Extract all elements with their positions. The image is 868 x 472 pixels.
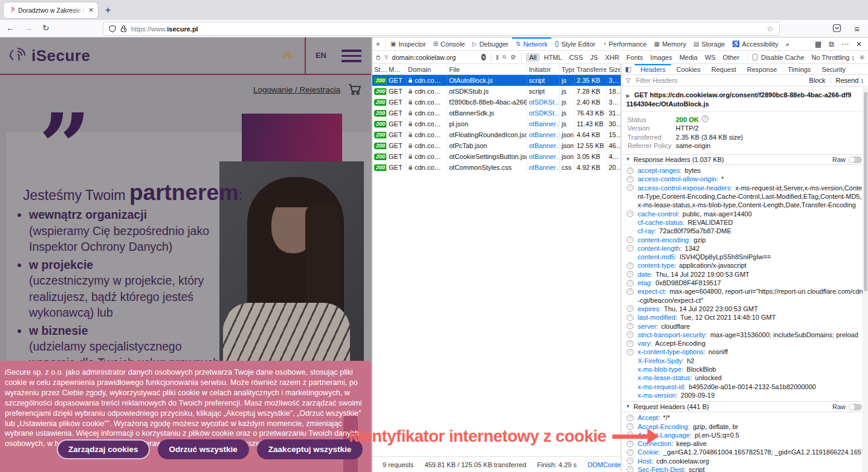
type-filter-button[interactable]: XHR [602,53,622,62]
header-help-icon[interactable]: ? [627,184,633,191]
url-bar[interactable]: https://www. isecure.pl ☆ [103,22,780,36]
header-help-icon[interactable]: ? [627,457,633,464]
header-help-icon[interactable]: ? [627,262,633,269]
column-header[interactable]: Transferred [575,64,607,74]
header-name[interactable]: content-encoding [638,236,690,244]
header-help-icon[interactable]: ? [627,415,633,421]
initiator-cell[interactable]: script [527,86,560,97]
network-request-row[interactable]: 200 GET cdn.co… pl.json otBanner… js 11.… [372,118,621,129]
initiator-cell[interactable]: otBanner… [527,118,560,129]
shield-icon[interactable] [109,25,116,33]
initiator-cell[interactable]: otBanner… [527,129,560,140]
header-name[interactable]: access-control-expose-headers [638,184,733,192]
header-help-icon[interactable]: ? [627,236,633,243]
header-name[interactable]: Accept [638,414,660,421]
clear-filter-icon[interactable]: ✕ [481,54,486,60]
site-menu-icon[interactable] [342,50,361,65]
header-help-icon[interactable]: ? [627,167,633,174]
request-url-summary[interactable]: ▶ GET https://cdn.cookielaw.org/consent/… [621,87,868,112]
header-help-icon[interactable]: ? [627,331,633,338]
tab-network[interactable]: ⇅Network [512,37,551,50]
tab-debugger[interactable]: ▷Debugger [468,37,512,50]
header-help-icon[interactable]: ? [627,245,633,251]
filter-headers-input[interactable] [636,77,805,84]
tab-timings[interactable]: Timings [782,64,816,74]
type-filter-button[interactable]: WS [702,53,719,62]
clear-requests-trash-icon[interactable] [376,54,381,61]
header-name[interactable]: x-ms-blob-type [638,366,684,373]
initiator-cell[interactable]: script [527,75,560,86]
separate-window-icon[interactable]: ⧉ [829,40,834,48]
scrollbar-thumb[interactable] [864,92,867,291]
header-name[interactable]: expires [638,305,661,312]
app-menu-icon[interactable]: ≡ [854,24,860,34]
initiator-cell[interactable]: otSDKSt… [527,108,560,118]
details-scrollbar[interactable] [863,87,868,472]
network-settings-gear-icon[interactable] [860,54,864,61]
column-header[interactable]: Domain [406,64,447,74]
network-request-row[interactable]: 200 GET cdn.co… OtAutoBlock.js script js… [372,75,621,86]
back-icon[interactable]: ← [6,23,15,33]
column-header[interactable]: Type [560,64,575,74]
header-name[interactable]: cache-control [638,210,679,218]
header-name[interactable]: Cookie [638,448,660,456]
column-header[interactable]: Initiator [527,64,560,74]
initiator-cell[interactable]: otBanner… [527,162,560,173]
tab-security[interactable]: Security [816,64,851,74]
header-help-icon[interactable]: ? [627,314,633,321]
request-filter-input[interactable] [392,54,478,61]
header-help-icon[interactable]: ? [627,305,633,312]
search-icon[interactable] [502,54,507,60]
forward-icon[interactable]: → [24,23,33,33]
type-filter-button[interactable]: JS [587,53,601,62]
pause-traffic-icon[interactable]: ‖ [496,54,499,61]
status-help-icon[interactable]: ? [702,115,708,122]
header-name[interactable]: Host [638,457,653,465]
raw-toggle[interactable] [849,157,862,163]
header-name[interactable]: access-control-allow-origin [638,175,718,183]
network-request-row[interactable]: 200 GET cdn.co… otBannerSdk.js otSDKSt… … [372,108,621,118]
column-header[interactable]: File [447,64,527,74]
network-request-row[interactable]: 200 GET cdn.co… otCookieSettingsButton.j… [372,151,621,162]
header-name[interactable]: x-ms-request-id [638,383,685,390]
tab-performance[interactable]: ◔Performance [599,37,650,50]
type-filter-button[interactable]: Images [647,53,675,62]
new-tab-button[interactable]: + [105,5,111,16]
column-header[interactable]: Size [607,64,621,74]
type-filter-button[interactable]: Other [720,53,743,62]
header-help-icon[interactable]: ? [627,176,633,183]
initiator-cell[interactable]: otBanner… [527,151,560,162]
expand-triangle-icon[interactable]: ▶ [626,93,630,99]
header-help-icon[interactable]: ? [627,349,633,355]
header-help-icon[interactable]: ? [627,466,633,472]
header-name[interactable]: Sec-Fetch-Dest [638,466,685,472]
block-url-button[interactable]: Block [809,77,826,84]
meatball-menu-icon[interactable]: ⋯ [841,40,849,48]
bookmark-star-icon[interactable]: ☆ [766,24,774,33]
tab-cookies[interactable]: Cookies [671,64,706,74]
type-filter-button[interactable]: All [526,53,539,62]
tab-style-editor[interactable]: {}Style Editor [551,37,599,50]
tab-inspector[interactable]: ▣Inspector [387,37,430,50]
header-name[interactable]: content-type [638,262,676,269]
header-name[interactable]: date [638,271,652,278]
cookie-banner-button[interactable]: Zaakceptuj wszystkie [257,439,363,459]
header-name[interactable]: cf-ray [638,227,656,234]
tab-close-icon[interactable]: ✕ [89,7,94,13]
header-name[interactable]: cf-cache-status [638,219,685,226]
cookie-banner-button[interactable]: Zarządzaj cookies [57,439,150,459]
language-pl-button[interactable]: PL [283,51,294,60]
close-devtools-icon[interactable]: ✕ [856,40,862,48]
type-filter-button[interactable]: HTML [541,53,565,62]
resend-button[interactable]: Resend ↕ [836,77,864,84]
type-filter-button[interactable]: Media [676,53,701,62]
network-request-row[interactable]: 200 GET cdn.co… f2890bc8-88eb-4bac-a266-… [372,97,621,108]
network-request-row[interactable]: 200 GET cdn.co… otSDKStub.js script js 7… [372,86,621,97]
header-name[interactable]: server [638,323,658,330]
raw-toggle[interactable] [849,404,862,410]
language-en-button[interactable]: EN [316,51,326,60]
header-name[interactable]: x-content-type-options [638,348,705,355]
login-register-link[interactable]: Logowanie / Rejestracja [253,85,340,94]
header-name[interactable]: x-ms-version [638,392,678,399]
header-name[interactable]: X-Firefox-Spdy [638,357,684,364]
